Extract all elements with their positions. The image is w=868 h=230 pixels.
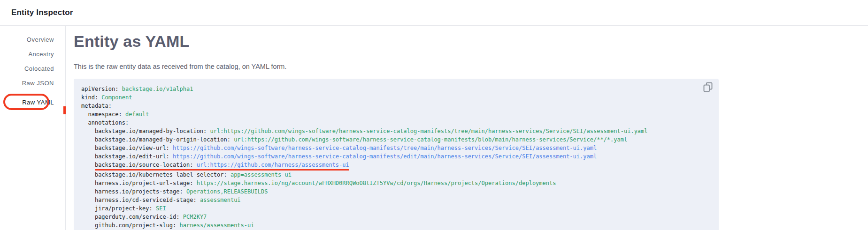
yaml-value: url:https://github.com/wings-software/ha… bbox=[234, 136, 627, 143]
page-title: Entity as YAML bbox=[74, 32, 719, 51]
yaml-key: kind: bbox=[81, 94, 98, 101]
dialog-body: OverviewAncestryColocatedRaw JSONRaw YAM… bbox=[0, 26, 868, 230]
yaml-indent bbox=[81, 153, 95, 160]
yaml-key: harness.io/cd-serviceId-stage: bbox=[95, 197, 197, 203]
yaml-line-content: apiVersion: backstage.io/v1alpha1 bbox=[81, 85, 193, 93]
yaml-key: apiVersion: bbox=[81, 86, 118, 92]
yaml-line-content: backstage.io/edit-url: https://github.co… bbox=[95, 152, 597, 161]
yaml-line: backstage.io/managed-by-origin-location:… bbox=[81, 135, 711, 144]
yaml-line-content: backstage.io/managed-by-origin-location:… bbox=[95, 135, 627, 144]
yaml-value: default bbox=[125, 111, 149, 118]
yaml-indent bbox=[81, 111, 88, 118]
page-description: This is the raw entity data as received … bbox=[74, 62, 719, 71]
yaml-indent bbox=[81, 171, 95, 178]
yaml-key: backstage.io/managed-by-location: bbox=[95, 128, 207, 134]
yaml-line: harness.io/projects-stage: Operations,RE… bbox=[81, 187, 711, 196]
yaml-code-block: apiVersion: backstage.io/v1alpha1kind: C… bbox=[74, 79, 719, 230]
yaml-indent bbox=[81, 188, 95, 195]
yaml-key: metadata: bbox=[81, 103, 112, 109]
yaml-key: harness.io/projects-stage: bbox=[95, 188, 183, 195]
yaml-line: apiVersion: backstage.io/v1alpha1 bbox=[81, 85, 711, 93]
yaml-value: backstage.io/v1alpha1 bbox=[122, 86, 193, 92]
yaml-line-content: jira/project-key: SEI bbox=[95, 204, 166, 213]
yaml-lines: apiVersion: backstage.io/v1alpha1kind: C… bbox=[81, 85, 711, 230]
yaml-indent bbox=[81, 180, 95, 186]
yaml-line: annotations: bbox=[81, 119, 711, 127]
yaml-key: annotations: bbox=[88, 119, 129, 126]
yaml-line-content: harness.io/projects-stage: Operations,RE… bbox=[95, 187, 268, 196]
yaml-line: namespace: default bbox=[81, 110, 711, 119]
dialog-title: Entity Inspector bbox=[11, 8, 73, 17]
yaml-line: harness.io/project-url-stage: https://st… bbox=[81, 179, 711, 187]
yaml-line: kind: Component bbox=[81, 93, 711, 102]
yaml-line: backstage.io/managed-by-location: url:ht… bbox=[81, 127, 711, 135]
yaml-line: backstage.io/edit-url: https://github.co… bbox=[81, 152, 711, 161]
sidebar-item-ancestry[interactable]: Ancestry bbox=[0, 47, 65, 61]
copy-button[interactable] bbox=[702, 81, 714, 93]
entity-inspector-dialog: Entity Inspector OverviewAncestryColocat… bbox=[0, 0, 868, 230]
yaml-value: assessmentui bbox=[200, 197, 241, 203]
yaml-line-content: backstage.io/view-url: https://github.co… bbox=[95, 144, 597, 152]
yaml-line-content: metadata: bbox=[81, 102, 112, 110]
yaml-key: jira/project-key: bbox=[95, 205, 153, 212]
yaml-line: harness.io/cd-serviceId-stage: assessmen… bbox=[81, 196, 711, 204]
yaml-line-content: pagerduty.com/service-id: PCM2KY7 bbox=[95, 213, 207, 221]
yaml-value: https://stage.harness.io/ng/account/wFHX… bbox=[197, 180, 556, 186]
sidebar-item-colocated[interactable]: Colocated bbox=[0, 61, 65, 76]
yaml-indent bbox=[81, 136, 95, 143]
yaml-indent bbox=[81, 128, 95, 134]
yaml-line-content: harness.io/cd-serviceId-stage: assessmen… bbox=[95, 196, 241, 204]
yaml-value: Component bbox=[101, 94, 132, 101]
sidebar-item-overview[interactable]: Overview bbox=[0, 32, 65, 47]
yaml-value: Operations,RELEASEBUILDS bbox=[186, 188, 268, 195]
yaml-line-content: backstage.io/kubernetes-label-selector: … bbox=[95, 171, 292, 179]
yaml-indent bbox=[81, 119, 88, 126]
copy-icon bbox=[703, 82, 713, 92]
yaml-line: backstage.io/kubernetes-label-selector: … bbox=[81, 171, 711, 179]
yaml-line: pagerduty.com/service-id: PCM2KY7 bbox=[81, 213, 711, 221]
yaml-key: backstage.io/view-url: bbox=[95, 145, 169, 151]
yaml-line: github.com/project-slug: harness/assessm… bbox=[81, 221, 711, 230]
yaml-indent bbox=[81, 222, 95, 229]
yaml-indent bbox=[81, 162, 95, 168]
yaml-value-link[interactable]: https://github.com/wings-software/harnes… bbox=[173, 153, 597, 160]
yaml-indent bbox=[81, 205, 95, 212]
yaml-value: app=assessments-ui bbox=[230, 171, 292, 178]
yaml-indent bbox=[81, 197, 95, 203]
sidebar-tab-list: OverviewAncestryColocatedRaw JSONRaw YAM… bbox=[0, 26, 65, 110]
yaml-value: url:https://github.com/wings-software/ha… bbox=[210, 128, 648, 134]
yaml-line-content: github.com/project-slug: harness/assessm… bbox=[95, 221, 254, 230]
yaml-line: jira/project-key: SEI bbox=[81, 204, 711, 213]
yaml-key: pagerduty.com/service-id: bbox=[95, 214, 180, 220]
yaml-line: backstage.io/view-url: https://github.co… bbox=[81, 144, 711, 152]
yaml-value-link[interactable]: https://github.com/wings-software/harnes… bbox=[173, 145, 597, 151]
yaml-value: SEI bbox=[156, 205, 166, 212]
dialog-header: Entity Inspector bbox=[0, 0, 868, 26]
yaml-key: backstage.io/edit-url: bbox=[95, 153, 169, 160]
yaml-key: backstage.io/source-location: bbox=[95, 162, 193, 168]
yaml-line-content: kind: Component bbox=[81, 93, 132, 102]
yaml-indent bbox=[81, 145, 95, 151]
yaml-key: github.com/project-slug: bbox=[95, 222, 176, 229]
inspector-sidebar: OverviewAncestryColocatedRaw JSONRaw YAM… bbox=[0, 26, 66, 230]
yaml-key: backstage.io/managed-by-origin-location: bbox=[95, 136, 230, 143]
sidebar-item-raw-json[interactable]: Raw JSON bbox=[0, 76, 65, 90]
yaml-indent bbox=[81, 214, 95, 220]
yaml-key: namespace: bbox=[88, 111, 122, 118]
yaml-line-content: namespace: default bbox=[88, 110, 149, 119]
yaml-line-content: harness.io/project-url-stage: https://st… bbox=[95, 179, 556, 187]
yaml-line-content-annotated: backstage.io/source-location: url:https:… bbox=[95, 161, 349, 171]
yaml-key: harness.io/project-url-stage: bbox=[95, 180, 193, 186]
yaml-value-link[interactable]: url:https://github.com/harness/assessmen… bbox=[197, 162, 349, 168]
inspector-content: Entity as YAML This is the raw entity da… bbox=[66, 26, 868, 230]
yaml-value: harness/assessments-ui bbox=[180, 222, 254, 229]
sidebar-item-raw-yaml[interactable]: Raw YAML bbox=[0, 95, 65, 110]
yaml-line: metadata: bbox=[81, 102, 711, 110]
yaml-value: PCM2KY7 bbox=[183, 214, 207, 220]
yaml-line-content: annotations: bbox=[88, 119, 129, 127]
yaml-line-content: backstage.io/managed-by-location: url:ht… bbox=[95, 127, 648, 135]
yaml-line: backstage.io/source-location: url:https:… bbox=[81, 161, 711, 171]
yaml-key: backstage.io/kubernetes-label-selector: bbox=[95, 171, 227, 178]
